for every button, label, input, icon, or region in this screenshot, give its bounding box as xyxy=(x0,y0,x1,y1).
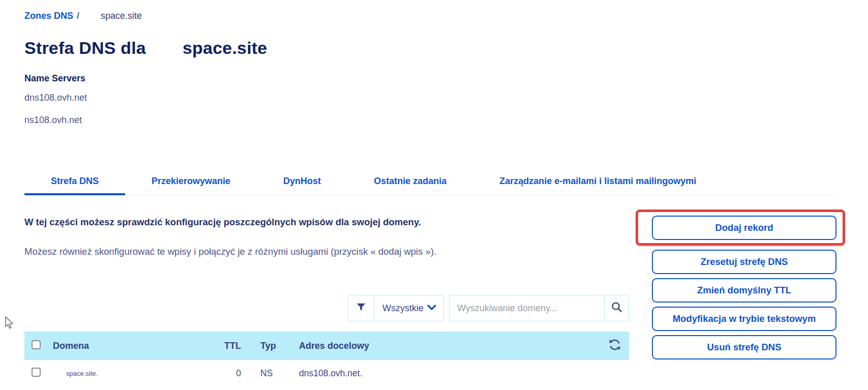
text-mode-edit-button[interactable]: Modyfikacja w trybie tekstowym xyxy=(652,307,836,331)
tab-bar: Strefa DNS Przekierowywanie DynHost Osta… xyxy=(24,173,834,195)
search-button[interactable] xyxy=(604,295,629,321)
dns-records-table: Domena TTL Typ Adres docelowy xyxy=(24,332,629,386)
row-domain: space.site. xyxy=(53,370,216,377)
breadcrumb-separator: / xyxy=(77,10,79,21)
search-icon xyxy=(611,301,623,315)
add-record-button[interactable]: Dodaj rekord xyxy=(652,216,836,240)
table-header-row: Domena TTL Typ Adres docelowy xyxy=(24,332,629,360)
mouse-cursor xyxy=(4,316,15,332)
page-title-prefix: Strefa DNS dla xyxy=(24,38,146,57)
intro-bold-text: W tej części możesz sprawdzić konfigurac… xyxy=(24,216,629,229)
reset-zone-button[interactable]: Zresetuj strefę DNS xyxy=(652,250,836,274)
filter-row: Wszystkie xyxy=(24,295,629,321)
name-server-2: ns108.ovh.net xyxy=(24,114,868,126)
highlight-annotation: Dodaj rekord xyxy=(636,209,845,246)
breadcrumb: Zones DNS / space.site xyxy=(24,10,868,21)
type-filter: Wszystkie xyxy=(348,295,444,321)
record-type-select[interactable]: Wszystkie xyxy=(374,295,444,321)
change-default-ttl-button[interactable]: Zmień domyślny TTL xyxy=(652,278,836,303)
select-all-cell xyxy=(24,340,53,352)
delete-zone-button[interactable]: Usuń strefę DNS xyxy=(652,335,836,359)
dns-zone-page: Zones DNS / space.site Strefa DNS dlaspa… xyxy=(0,0,868,390)
table-row: space.site. 0 NS dns108.ovh.net. xyxy=(24,360,629,386)
name-servers-heading: Name Servers xyxy=(24,72,868,84)
intro-regular-text: Możesz również skonfigurować te wpisy i … xyxy=(24,245,629,258)
main-content: W tej części możesz sprawdzić konfigurac… xyxy=(24,216,629,386)
funnel-icon xyxy=(355,302,367,315)
breadcrumb-current: space.site xyxy=(101,10,142,21)
tab-strefa-dns[interactable]: Strefa DNS xyxy=(24,173,125,195)
zone-action-buttons: Dodaj rekord Zresetuj strefę DNS Zmień d… xyxy=(636,209,845,359)
row-ttl: 0 xyxy=(216,368,241,379)
refresh-icon xyxy=(608,338,621,354)
search-input[interactable] xyxy=(450,295,605,321)
page-title-domain: space.site xyxy=(183,38,267,57)
tab-dynhost[interactable]: DynHost xyxy=(257,173,347,195)
name-server-1: dns108.ovh.net xyxy=(24,92,868,104)
column-header-domena: Domena xyxy=(53,341,216,351)
filter-button[interactable] xyxy=(348,295,374,321)
chevron-down-icon xyxy=(427,304,436,313)
domain-search xyxy=(450,295,629,321)
record-type-selected-value: Wszystkie xyxy=(382,303,424,314)
tab-zarzadzanie-emailami[interactable]: Zarządzanie e-mailami i listami mailingo… xyxy=(473,173,723,195)
page-title: Strefa DNS dlaspace.site xyxy=(24,38,868,58)
refresh-button[interactable] xyxy=(601,338,629,354)
breadcrumb-link-zones-dns[interactable]: Zones DNS xyxy=(24,10,73,21)
column-header-typ: Typ xyxy=(241,341,280,351)
column-header-adres-docelowy: Adres docelowy xyxy=(280,341,601,351)
row-type: NS xyxy=(241,368,280,379)
tab-ostatnie-zadania[interactable]: Ostatnie zadania xyxy=(347,173,473,195)
row-checkbox[interactable] xyxy=(32,368,41,377)
select-all-checkbox[interactable] xyxy=(32,340,41,349)
tab-przekierowywanie[interactable]: Przekierowywanie xyxy=(125,173,257,195)
column-header-ttl: TTL xyxy=(216,341,241,351)
row-target: dns108.ovh.net. xyxy=(280,368,601,379)
row-select-cell xyxy=(24,368,53,379)
